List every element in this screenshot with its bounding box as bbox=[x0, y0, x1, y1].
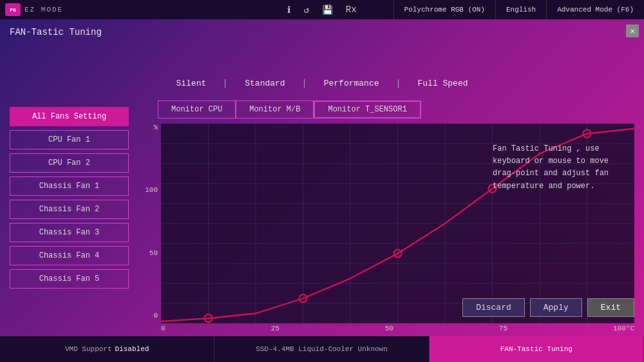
save-icon[interactable]: 💾 bbox=[322, 5, 333, 15]
sidebar-chassis-fan-5[interactable]: Chassis Fan 5 bbox=[10, 269, 129, 289]
sidebar-cpu-fan-1[interactable]: CPU Fan 1 bbox=[10, 130, 129, 149]
vmd-label: VMD Support bbox=[65, 345, 112, 353]
preset-silent[interactable]: Silent bbox=[156, 76, 225, 91]
topbar-right: Polychrome RGB (ON) English Advanced Mod… bbox=[393, 0, 644, 19]
xaxis-row: 0 25 50 75 100°C bbox=[161, 325, 634, 332]
chart-svg-wrapper[interactable]: Fan Tastic Tuning , use keyboard or mous… bbox=[161, 124, 634, 323]
chart-yaxis: % 100 50 0 bbox=[138, 124, 161, 332]
sidebar-all-fans[interactable]: All Fans Setting bbox=[10, 107, 129, 126]
preset-performance[interactable]: Performance bbox=[305, 76, 399, 91]
content-area: All Fans Setting CPU Fan 1 CPU Fan 2 Cha… bbox=[10, 100, 634, 332]
info-icon[interactable]: ℹ bbox=[287, 5, 290, 15]
sidebar-chassis-fan-2[interactable]: Chassis Fan 2 bbox=[10, 200, 129, 219]
fan-tuning-label: FAN-Tastic Tuning bbox=[500, 345, 573, 353]
monitor-tsensor-button[interactable]: Monitor T_SENSOR1 bbox=[314, 100, 421, 119]
ssd-label: SSD-4.4MB Liquid-Cooler Unknown bbox=[256, 345, 388, 353]
exit-button[interactable]: Exit bbox=[587, 298, 634, 317]
chart-info-text: Fan Tastic Tuning , use keyboard or mous… bbox=[493, 143, 634, 193]
sidebar-chassis-fan-3[interactable]: Chassis Fan 3 bbox=[10, 223, 129, 242]
y-50: 50 bbox=[149, 249, 158, 257]
page-title: FAN-Tastic Tuning bbox=[10, 27, 634, 37]
refresh-icon[interactable]: ↺ bbox=[303, 5, 308, 15]
advanced-mode-button[interactable]: Advanced Mode (F6) bbox=[546, 0, 644, 19]
preset-standard[interactable]: Standard bbox=[225, 76, 304, 91]
apply-button[interactable]: Apply bbox=[530, 298, 582, 317]
discard-button[interactable]: Discard bbox=[462, 298, 525, 317]
rx-icon[interactable]: Rx bbox=[346, 5, 357, 15]
x-unit: °C bbox=[626, 325, 634, 332]
logo-icon: PG bbox=[5, 3, 21, 16]
polychrome-button[interactable]: Polychrome RGB (ON) bbox=[393, 0, 495, 19]
logo-area: PG EZ MODE bbox=[0, 3, 68, 16]
bottom-bar: VMD Support Disabled SSD-4.4MB Liquid-Co… bbox=[0, 336, 644, 362]
preset-row: Silent Standard Performance Full Speed bbox=[10, 76, 634, 91]
bottom-vmd: VMD Support Disabled bbox=[0, 336, 214, 362]
y-100: 100 bbox=[145, 186, 158, 194]
y-0: 0 bbox=[153, 312, 158, 319]
ez-mode-label: EZ MODE bbox=[24, 6, 63, 14]
preset-fullspeed[interactable]: Full Speed bbox=[399, 76, 488, 91]
sidebar-chassis-fan-4[interactable]: Chassis Fan 4 bbox=[10, 246, 129, 265]
monitor-mb-button[interactable]: Monitor M/B bbox=[236, 100, 314, 119]
vmd-value: Disabled bbox=[115, 345, 149, 353]
close-button[interactable]: ✕ bbox=[626, 24, 639, 37]
bottom-fan-tuning[interactable]: FAN-Tastic Tuning bbox=[430, 336, 644, 362]
x-75: 75 bbox=[499, 325, 507, 332]
percent-label: % bbox=[153, 124, 158, 131]
language-button[interactable]: English bbox=[495, 0, 546, 19]
logo-text: PG bbox=[10, 7, 16, 13]
sidebar-cpu-fan-2[interactable]: CPU Fan 2 bbox=[10, 153, 129, 173]
monitor-cpu-button[interactable]: Monitor CPU bbox=[158, 100, 236, 119]
bottom-ssd: SSD-4.4MB Liquid-Cooler Unknown bbox=[214, 336, 429, 362]
main-content: ✕ FAN-Tastic Tuning Silent Standard Perf… bbox=[0, 19, 644, 348]
top-bar: PG EZ MODE ℹ ↺ 💾 Rx Polychrome RGB (ON) … bbox=[0, 0, 644, 19]
x-100: 100°C bbox=[613, 325, 634, 332]
monitor-row: Monitor CPU Monitor M/B Monitor T_SENSOR… bbox=[158, 100, 634, 119]
sidebar-chassis-fan-1[interactable]: Chassis Fan 1 bbox=[10, 176, 129, 196]
sidebar: All Fans Setting CPU Fan 1 CPU Fan 2 Cha… bbox=[10, 107, 129, 332]
topbar-icons: ℹ ↺ 💾 Rx bbox=[287, 5, 356, 15]
x-0: 0 bbox=[161, 325, 166, 332]
chart-area: Monitor CPU Monitor M/B Monitor T_SENSOR… bbox=[138, 100, 634, 332]
x-50: 50 bbox=[385, 325, 393, 332]
action-buttons: Discard Apply Exit bbox=[462, 298, 634, 317]
x-25: 25 bbox=[271, 325, 279, 332]
